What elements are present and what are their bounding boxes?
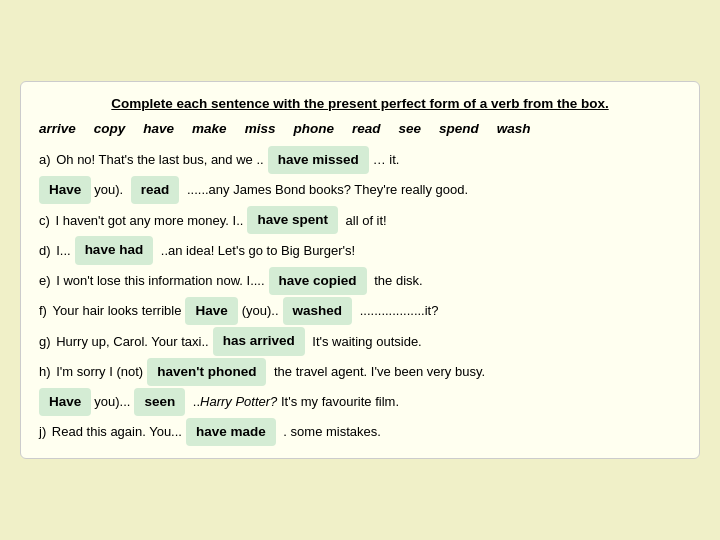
sentence-d-before: I... [56, 240, 70, 261]
sentence-a-dots: … [373, 149, 386, 170]
word-arrive: arrive [39, 121, 76, 136]
sentence-i-before: you)... [94, 391, 130, 412]
label-a: a) [39, 149, 54, 170]
label-c: c) [39, 210, 53, 231]
answer-j: have made [186, 418, 276, 446]
sentence-d-after: ..an idea! Let's go to Big Burger's! [157, 240, 355, 261]
sentence-a-after: it. [386, 149, 400, 170]
sentence-h: h) I'm sorry I (not) haven't phoned the … [39, 358, 681, 386]
sentence-f: f) Your hair looks terrible Have (you)..… [39, 297, 681, 325]
label-j: j) [39, 421, 50, 442]
word-see: see [398, 121, 421, 136]
sentence-g-before: Hurry up, Carol. Your taxi.. [56, 331, 208, 352]
sentence-e-before: I won't lose this information now. I.... [56, 270, 264, 291]
sentence-g-after: It's waiting outside. [309, 331, 422, 352]
sentence-e: e) I won't lose this information now. I.… [39, 267, 681, 295]
sentence-a-before: Oh no! That's the last bus, and we .. [56, 149, 263, 170]
sentence-i: Have you)... seen ..Harry Potter? It's m… [39, 388, 681, 416]
sentence-b: Have you). read ......any James Bond boo… [39, 176, 681, 204]
word-copy: copy [94, 121, 126, 136]
main-container: Complete each sentence with the present … [20, 81, 700, 460]
sentence-a: a) Oh no! That's the last bus, and we ..… [39, 146, 681, 174]
sentence-e-after: the disk. [371, 270, 423, 291]
label-e: e) [39, 270, 54, 291]
sentence-j: j) Read this again. You... have made . s… [39, 418, 681, 446]
word-phone: phone [293, 121, 334, 136]
sentence-d: d) I... have had ..an idea! Let's go to … [39, 236, 681, 264]
answer-f2: washed [283, 297, 353, 325]
answer-b-have: Have [39, 176, 91, 204]
sentence-f-mid: (you).. [242, 300, 279, 321]
word-read: read [352, 121, 381, 136]
answer-i-have: Have [39, 388, 91, 416]
label-h: h) [39, 361, 54, 382]
sentence-b-after: ......any James Bond books? They're real… [183, 179, 468, 200]
sentence-c: c) I haven't got any more money. I.. hav… [39, 206, 681, 234]
sentence-f-after: ..................it? [356, 300, 438, 321]
sentences-area: a) Oh no! That's the last bus, and we ..… [39, 146, 681, 447]
sentence-f-before: Your hair looks terrible [53, 300, 182, 321]
sentence-c-after: all of it! [342, 210, 387, 231]
word-have: have [143, 121, 174, 136]
label-g: g) [39, 331, 54, 352]
sentence-i-after: ..Harry Potter? It's my favourite film. [189, 391, 399, 412]
word-make: make [192, 121, 227, 136]
sentence-h-before: I'm sorry I (not) [56, 361, 143, 382]
word-spend: spend [439, 121, 479, 136]
answer-b-read: read [131, 176, 180, 204]
word-box: arrive copy have make miss phone read se… [39, 121, 681, 136]
answer-f1: Have [185, 297, 237, 325]
word-wash: wash [497, 121, 531, 136]
sentence-h-after: the travel agent. I've been very busy. [270, 361, 485, 382]
answer-a: have missed [268, 146, 369, 174]
sentence-j-before: Read this again. You... [52, 421, 182, 442]
answer-c: have spent [247, 206, 338, 234]
sentence-g: g) Hurry up, Carol. Your taxi.. has arri… [39, 327, 681, 355]
answer-h: haven't phoned [147, 358, 266, 386]
answer-d: have had [75, 236, 154, 264]
answer-i-seen: seen [134, 388, 185, 416]
answer-g: has arrived [213, 327, 305, 355]
sentence-c-before: I haven't got any more money. I.. [55, 210, 243, 231]
word-miss: miss [245, 121, 276, 136]
sentence-b-before: you). [94, 179, 127, 200]
label-d: d) [39, 240, 54, 261]
label-f: f) [39, 300, 51, 321]
sentence-j-after: . some mistakes. [280, 421, 381, 442]
answer-e: have copied [269, 267, 367, 295]
exercise-title: Complete each sentence with the present … [39, 96, 681, 111]
